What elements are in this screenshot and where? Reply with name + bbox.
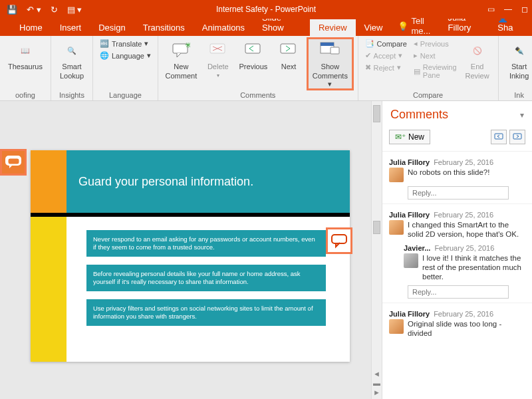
new-comment-button[interactable]: ✳ New Comment bbox=[164, 39, 199, 81]
comments-menu-icon[interactable]: ▾ bbox=[520, 110, 524, 120]
svg-rect-3 bbox=[245, 44, 260, 53]
previous-icon: ◂ bbox=[414, 39, 418, 48]
slide-nav: ◄ ▬ ► bbox=[372, 370, 382, 396]
svg-text:✳: ✳ bbox=[185, 43, 190, 50]
scrollbar-thumb[interactable] bbox=[373, 105, 380, 122]
comment-marker-1[interactable] bbox=[0, 149, 27, 176]
comment-date: February 25, 2016 bbox=[434, 310, 493, 318]
next-slide-icon[interactable]: ► bbox=[373, 388, 380, 396]
end-review-icon: 🚫 bbox=[467, 40, 488, 61]
comments-pane: Comments ▾ ✉⁺ New Julia FilloryFebruary … bbox=[382, 101, 532, 399]
quick-access: 💾 ↶ ▾ ↻ ▤ ▾ bbox=[0, 5, 82, 15]
show-comments-icon bbox=[319, 40, 340, 61]
splitter-thumb[interactable] bbox=[373, 221, 380, 234]
redo-icon[interactable]: ↻ bbox=[51, 5, 58, 15]
comment-bubble-icon bbox=[5, 155, 22, 170]
reject-button[interactable]: ✖Reject ▾ bbox=[364, 63, 408, 72]
comment-thread[interactable]: Julia FilloryFebruary 25, 2016 No robots… bbox=[382, 152, 532, 204]
slide-bullet-1: Never respond to an email asking for any… bbox=[86, 230, 326, 257]
pane-icon: ▤ bbox=[414, 67, 420, 76]
reviewing-pane-button[interactable]: ▤Reviewing Pane bbox=[412, 63, 458, 80]
thesaurus-icon: 📖 bbox=[15, 40, 36, 61]
previous-comment-button[interactable]: Previous bbox=[237, 39, 269, 72]
slide-accent-yellow bbox=[31, 217, 66, 362]
language-button[interactable]: 🌐Language ▾ bbox=[98, 51, 152, 61]
comment-date: February 25, 2016 bbox=[434, 158, 493, 166]
window-title: Internet Safety - PowerPoint bbox=[216, 5, 316, 14]
minimize-icon[interactable]: — bbox=[504, 5, 512, 14]
group-insights: 🔍 Smart Lookup Insights bbox=[51, 36, 93, 100]
new-comment-pane-button[interactable]: ✉⁺ New bbox=[389, 130, 430, 144]
comment-thread[interactable]: Julia FilloryFebruary 25, 2016 Original … bbox=[382, 303, 532, 342]
comment-date: February 25, 2016 bbox=[434, 244, 494, 252]
next-comment-icon bbox=[278, 40, 299, 61]
tell-me[interactable]: 💡Tell me... bbox=[398, 16, 441, 36]
previous-comment-icon bbox=[243, 40, 264, 61]
comments-next-button[interactable] bbox=[509, 130, 525, 144]
restore-icon[interactable]: ◻ bbox=[521, 5, 528, 14]
start-slideshow-icon[interactable]: ▤ ▾ bbox=[67, 5, 82, 15]
comments-prev-button[interactable] bbox=[491, 130, 507, 144]
ribbon-tabs: Home Insert Design Transitions Animation… bbox=[0, 19, 532, 36]
start-inking-button[interactable]: ✒️ Start Inking bbox=[504, 39, 532, 81]
slide-scrollbar[interactable]: ◄ ▬ ► bbox=[371, 101, 382, 399]
reply-input[interactable] bbox=[408, 285, 509, 299]
next-comment-button[interactable]: Next bbox=[273, 39, 304, 72]
svg-rect-4 bbox=[281, 44, 295, 53]
slide-bullet-2: Before revealing personal details like y… bbox=[86, 265, 326, 291]
compare-previous-button[interactable]: ◂Previous bbox=[412, 39, 458, 49]
reply-input[interactable] bbox=[408, 186, 509, 200]
ribbon: 📖 Thesaurus oofing 🔍 Smart Lookup Insigh… bbox=[0, 36, 532, 101]
end-review-button[interactable]: 🚫 End Review bbox=[462, 39, 493, 81]
slide-title: Guard your personal information. bbox=[66, 150, 350, 213]
reject-icon: ✖ bbox=[365, 63, 371, 72]
translate-button[interactable]: 🔤Translate ▾ bbox=[98, 39, 152, 49]
comment-thread[interactable]: Julia FilloryFebruary 25, 2016 I changed… bbox=[382, 204, 532, 303]
comment-author: Julia Fillory bbox=[389, 310, 430, 318]
slide-nav-sep: ▬ bbox=[373, 379, 380, 387]
globe-icon: 🌐 bbox=[100, 51, 109, 60]
ribbon-options-icon[interactable]: ▭ bbox=[487, 5, 495, 14]
avatar bbox=[404, 253, 418, 268]
comment-reply: Javier...February 25, 2016 I love it! I … bbox=[404, 244, 525, 281]
avatar bbox=[389, 319, 404, 334]
tab-transitions[interactable]: Transitions bbox=[134, 19, 194, 36]
prev-slide-icon[interactable]: ◄ bbox=[373, 370, 380, 378]
tab-home[interactable]: Home bbox=[11, 19, 51, 36]
avatar bbox=[389, 168, 404, 182]
tab-insert[interactable]: Insert bbox=[51, 19, 90, 36]
ink-icon: ✒️ bbox=[509, 40, 530, 61]
comment-text: I love it! I think it matches the rest o… bbox=[422, 253, 525, 281]
comment-author: Julia Fillory bbox=[389, 158, 430, 166]
group-language: 🔤Translate ▾ 🌐Language ▾ Language bbox=[93, 36, 158, 100]
accept-button[interactable]: ✔Accept ▾ bbox=[364, 51, 408, 61]
compare-button[interactable]: 📑Compare bbox=[364, 39, 408, 49]
save-icon[interactable]: 💾 bbox=[7, 5, 17, 15]
tab-view[interactable]: View bbox=[356, 19, 392, 36]
tab-animations[interactable]: Animations bbox=[194, 19, 253, 36]
delete-comment-icon bbox=[207, 40, 229, 61]
next-icon: ▸ bbox=[414, 51, 418, 60]
show-comments-button[interactable]: Show Comments ▾ bbox=[308, 39, 352, 89]
comment-date: February 25, 2016 bbox=[434, 211, 493, 219]
svg-rect-6 bbox=[321, 43, 334, 46]
tab-review[interactable]: Review bbox=[310, 19, 356, 36]
svg-rect-7 bbox=[331, 47, 339, 54]
smart-lookup-button[interactable]: 🔍 Smart Lookup bbox=[57, 39, 87, 81]
group-proofing: 📖 Thesaurus oofing bbox=[0, 36, 51, 100]
comment-marker-2[interactable] bbox=[326, 227, 352, 254]
compare-next-button[interactable]: ▸Next bbox=[412, 51, 458, 61]
group-compare: 📑Compare ✔Accept ▾ ✖Reject ▾ ◂Previous ▸… bbox=[358, 36, 499, 100]
titlebar: 💾 ↶ ▾ ↻ ▤ ▾ Internet Safety - PowerPoint… bbox=[0, 0, 532, 19]
undo-icon[interactable]: ↶ ▾ bbox=[27, 5, 41, 15]
tab-design[interactable]: Design bbox=[90, 19, 134, 36]
svg-rect-11 bbox=[495, 134, 503, 139]
slide-bullet-3: Use privacy filters and settings on soci… bbox=[86, 299, 326, 326]
delete-comment-button[interactable]: Delete▾ bbox=[203, 39, 233, 81]
window-controls: ▭ — ◻ bbox=[487, 5, 528, 14]
slide[interactable]: Guard your personal information. Never r… bbox=[31, 150, 350, 362]
accept-icon: ✔ bbox=[365, 51, 371, 60]
comment-bubble-icon bbox=[330, 233, 348, 249]
thesaurus-button[interactable]: 📖 Thesaurus bbox=[5, 39, 45, 72]
group-ink: ✒️ Start Inking Ink bbox=[499, 36, 532, 100]
